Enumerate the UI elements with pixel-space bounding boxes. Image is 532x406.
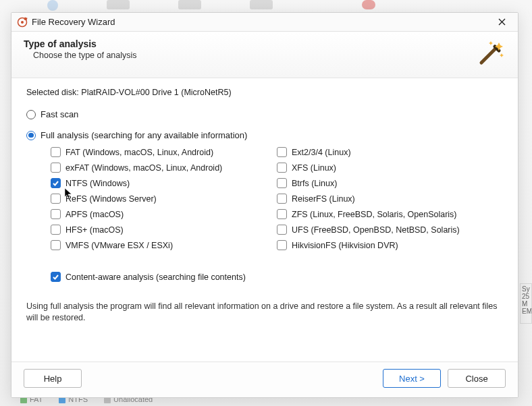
- checkbox-content-aware[interactable]: Content-aware analysis (searching file c…: [51, 272, 503, 282]
- checkbox-indicator: [51, 209, 61, 219]
- next-button[interactable]: Next >: [383, 369, 441, 388]
- checkbox-label: Content-aware analysis (searching file c…: [65, 272, 246, 282]
- checkbox-indicator: [51, 163, 61, 173]
- checkbox-btrfs[interactable]: Btrfs (Linux): [277, 178, 503, 188]
- checkbox-ufs[interactable]: UFS (FreeBSD, OpenBSD, NetBSD, Solaris): [277, 225, 503, 235]
- checkbox-label: Ext2/3/4 (Linux): [292, 148, 351, 157]
- close-footer-button[interactable]: Close: [448, 369, 506, 388]
- checkbox-label: ReiserFS (Linux): [292, 194, 355, 204]
- checkbox-indicator: [51, 225, 61, 235]
- checkbox-indicator: [51, 272, 61, 282]
- checkbox-hfs[interactable]: HFS+ (macOS): [51, 225, 277, 235]
- checkbox-indicator: [51, 194, 61, 204]
- checkbox-reiserfs[interactable]: ReiserFS (Linux): [277, 194, 503, 204]
- checkbox-indicator: [277, 240, 287, 250]
- close-button[interactable]: [491, 15, 512, 30]
- checkbox-indicator: [277, 209, 287, 219]
- checkbox-indicator: [277, 147, 287, 157]
- checkbox-hikvisionfs[interactable]: HikvisionFS (Hikvision DVR): [277, 240, 503, 250]
- checkbox-exfat[interactable]: exFAT (Windows, macOS, Linux, Android): [51, 163, 277, 173]
- wizard-footer: Help Next > Close: [11, 361, 518, 397]
- checkbox-label: exFAT (Windows, macOS, Linux, Android): [65, 163, 222, 173]
- radio-fast-scan[interactable]: Fast scan: [26, 109, 503, 119]
- titlebar: File Recovery Wizard: [11, 13, 518, 32]
- checkbox-label: NTFS (Windows): [65, 179, 130, 188]
- checkbox-fat[interactable]: FAT (Windows, macOS, Linux, Android): [51, 147, 277, 157]
- checkbox-label: APFS (macOS): [65, 210, 124, 219]
- analysis-description: Using full analysis the program will fin…: [26, 301, 503, 324]
- checkbox-indicator: [51, 240, 61, 250]
- selected-disk-label: Selected disk: PlatRAID-VOL#00 Drive 1 (…: [26, 88, 503, 97]
- checkbox-label: FAT (Windows, macOS, Linux, Android): [65, 148, 213, 157]
- checkbox-vmfs[interactable]: VMFS (VMware ESX / ESXi): [51, 240, 277, 250]
- app-icon: [17, 17, 28, 28]
- radio-indicator: [26, 131, 36, 140]
- radio-full-analysis[interactable]: Full analysis (searching for any availab…: [26, 130, 503, 140]
- checkbox-label: ReFS (Windows Server): [65, 194, 157, 204]
- radio-indicator: [26, 110, 36, 119]
- background-side-panel: Sy 25 M EM: [520, 283, 532, 324]
- checkbox-indicator: [277, 163, 287, 173]
- window-title: File Recovery Wizard: [32, 17, 491, 27]
- checkbox-label: UFS (FreeBSD, OpenBSD, NetBSD, Solaris): [292, 225, 460, 235]
- svg-point-1: [21, 21, 24, 24]
- checkbox-ext[interactable]: Ext2/3/4 (Linux): [277, 147, 503, 157]
- page-heading: Type of analysis: [24, 38, 471, 49]
- radio-label: Full analysis (searching for any availab…: [41, 130, 247, 140]
- checkbox-label: Btrfs (Linux): [292, 179, 337, 188]
- file-recovery-wizard-dialog: File Recovery Wizard Type of analysis Ch…: [11, 12, 518, 398]
- wizard-content: Selected disk: PlatRAID-VOL#00 Drive 1 (…: [11, 78, 518, 361]
- checkbox-apfs[interactable]: APFS (macOS): [51, 209, 277, 219]
- wizard-header: Type of analysis Choose the type of anal…: [11, 32, 518, 78]
- checkbox-refs[interactable]: ReFS (Windows Server): [51, 194, 277, 204]
- checkbox-indicator: [277, 178, 287, 188]
- checkbox-ntfs[interactable]: NTFS (Windows): [51, 178, 277, 188]
- background-toolbar-icons: [0, 0, 532, 12]
- filesystem-grid: FAT (Windows, macOS, Linux, Android) Ext…: [51, 147, 503, 250]
- checkbox-label: HFS+ (macOS): [65, 225, 124, 235]
- radio-label: Fast scan: [41, 109, 78, 119]
- checkbox-label: VMFS (VMware ESX / ESXi): [65, 241, 173, 250]
- checkbox-indicator: [277, 194, 287, 204]
- checkbox-indicator: [277, 225, 287, 235]
- page-subtitle: Choose the type of analysis: [33, 51, 471, 60]
- checkbox-label: HikvisionFS (Hikvision DVR): [292, 241, 398, 250]
- help-button[interactable]: Help: [24, 369, 82, 388]
- checkbox-label: ZFS (Linux, FreeBSD, Solaris, OpenSolari…: [292, 210, 457, 219]
- checkbox-indicator: [51, 147, 61, 157]
- checkbox-label: XFS (Linux): [292, 163, 336, 173]
- checkbox-zfs[interactable]: ZFS (Linux, FreeBSD, Solaris, OpenSolari…: [277, 209, 503, 219]
- checkbox-indicator: [51, 178, 61, 188]
- checkbox-xfs[interactable]: XFS (Linux): [277, 163, 503, 173]
- wizard-wand-icon: [476, 38, 506, 68]
